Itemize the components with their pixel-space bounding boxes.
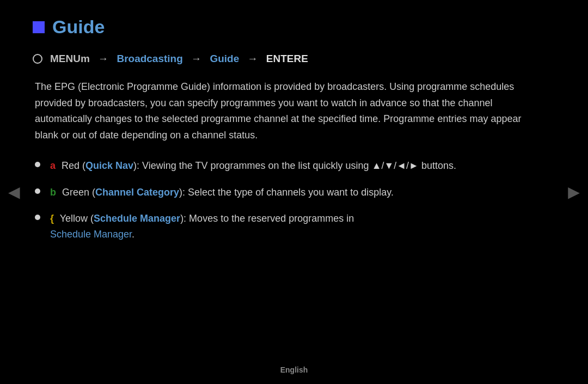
quick-nav-label: Quick Nav bbox=[85, 160, 133, 171]
bullet-3-text: Yellow (Schedule Manager): Moves to the … bbox=[50, 213, 354, 240]
menu-circle-icon bbox=[33, 54, 42, 64]
schedule-manager-link: Schedule Manager bbox=[50, 229, 132, 240]
menu-text: MENUm bbox=[50, 53, 90, 65]
bullet-content-3: { Yellow (Schedule Manager): Moves to th… bbox=[50, 211, 544, 242]
page-title: Guide bbox=[52, 16, 105, 38]
key-red-label: a bbox=[50, 160, 56, 171]
footer-language: English bbox=[280, 365, 308, 374]
bullet-dot-icon bbox=[35, 188, 40, 194]
menu-arrow-3: → bbox=[244, 53, 261, 65]
bullet-2-text: Green (Channel Category): Select the typ… bbox=[62, 187, 394, 198]
bullet-content-2: b Green (Channel Category): Select the t… bbox=[50, 185, 544, 200]
key-green-label: b bbox=[50, 187, 56, 198]
menu-arrow-1: → bbox=[95, 53, 112, 65]
title-row: Guide bbox=[33, 16, 544, 38]
key-yellow-label: { bbox=[50, 213, 54, 224]
list-item: b Green (Channel Category): Select the t… bbox=[35, 185, 544, 200]
bullet-dot-icon bbox=[35, 215, 40, 220]
list-item: { Yellow (Schedule Manager): Moves to th… bbox=[35, 211, 544, 242]
list-item: a Red (Quick Nav): Viewing the TV progra… bbox=[35, 158, 544, 174]
description-text: The EPG (Electronic Programme Guide) inf… bbox=[35, 79, 544, 144]
menu-path: MENUm → Broadcasting → Guide → ENTERE bbox=[33, 53, 544, 65]
page-container: Guide MENUm → Broadcasting → Guide → ENT… bbox=[0, 0, 588, 384]
bullet-dot-icon bbox=[35, 162, 40, 167]
nav-right-button[interactable]: ► bbox=[564, 181, 584, 204]
schedule-manager-label: Schedule Manager bbox=[94, 213, 180, 224]
menu-broadcasting: Broadcasting bbox=[117, 53, 182, 65]
menu-enter: ENTERE bbox=[266, 53, 308, 65]
bullet-1-text: Red (Quick Nav): Viewing the TV programm… bbox=[62, 160, 456, 171]
nav-left-button[interactable]: ◄ bbox=[4, 181, 24, 204]
bullet-content-1: a Red (Quick Nav): Viewing the TV progra… bbox=[50, 158, 544, 174]
bullet-list: a Red (Quick Nav): Viewing the TV progra… bbox=[35, 158, 544, 242]
channel-category-label: Channel Category bbox=[95, 187, 179, 198]
title-square-icon bbox=[33, 21, 45, 33]
menu-arrow-2: → bbox=[188, 53, 205, 65]
menu-guide: Guide bbox=[210, 53, 239, 65]
